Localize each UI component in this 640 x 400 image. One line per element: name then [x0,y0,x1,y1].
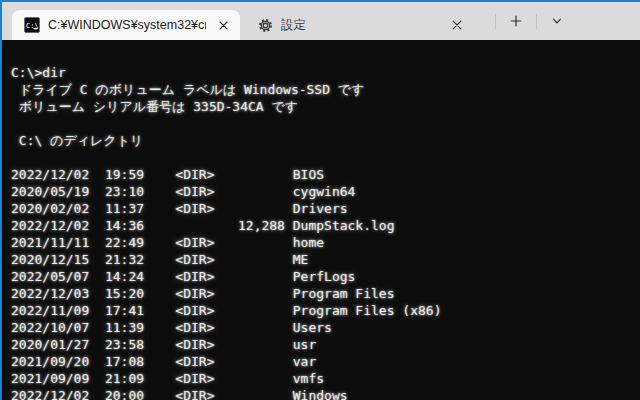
new-tab-button[interactable] [503,8,529,34]
terminal-viewport[interactable]: C:\>dir ドライブ C のボリューム ラベルは Windows-SSD で… [2,40,640,400]
tab-bar: C:\ C:¥WINDOWS¥system32¥cmd 設定 [2,2,640,40]
gear-icon [258,18,273,33]
divider [536,14,537,29]
terminal-output: C:\>dir ドライブ C のボリューム ラベルは Windows-SSD で… [11,64,634,400]
divider [495,14,496,29]
tab-settings[interactable]: 設定 [246,10,474,40]
cmd-icon: C:\ [24,17,40,33]
tab-cmd[interactable]: C:\ C:¥WINDOWS¥system32¥cmd [12,10,240,40]
terminal-window: C:\ C:¥WINDOWS¥system32¥cmd 設定 [0,0,640,400]
close-settings-tab-icon[interactable] [448,16,466,34]
close-cmd-tab-icon[interactable] [214,16,232,34]
tab-dropdown-button[interactable] [544,8,570,34]
tab-cmd-title: C:¥WINDOWS¥system32¥cmd [48,18,206,32]
tab-settings-title: 設定 [281,17,440,34]
